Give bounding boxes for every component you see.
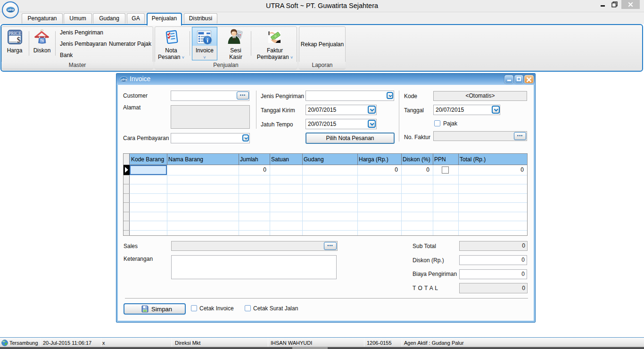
svg-text:......: ...... bbox=[9, 38, 17, 43]
svg-text:%: % bbox=[41, 39, 44, 42]
svg-text:$: $ bbox=[17, 36, 21, 44]
svg-text:i: i bbox=[206, 37, 208, 44]
svg-text:PRICE: PRICE bbox=[8, 31, 21, 36]
